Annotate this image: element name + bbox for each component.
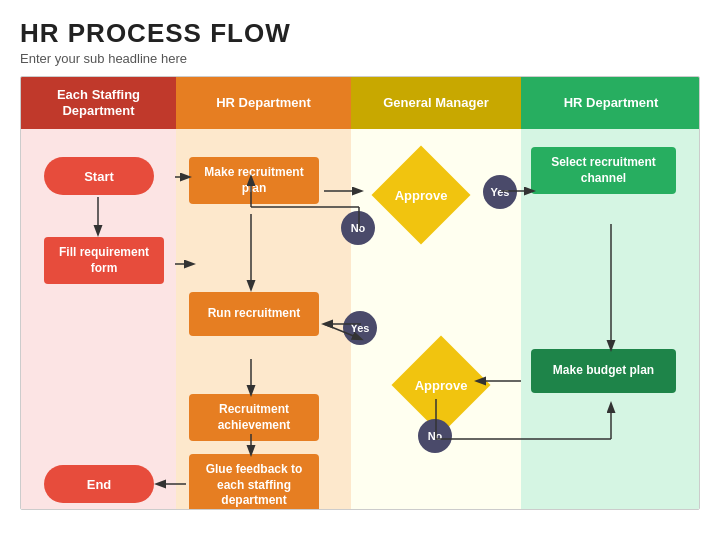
no2-node: No xyxy=(418,419,452,453)
make-budget-shape: Make budget plan xyxy=(531,349,676,393)
yes2-circle: Yes xyxy=(343,311,377,345)
page-title: HR PROCESS FLOW xyxy=(20,18,700,49)
end-oval: End xyxy=(44,465,154,503)
col2-header: HR Department xyxy=(176,77,351,129)
select-channel-shape: Select recruitment channel xyxy=(531,147,676,194)
make-budget-box: Make budget plan xyxy=(531,349,676,393)
no1-circle: No xyxy=(341,211,375,245)
col4-header: HR Department xyxy=(521,77,700,129)
approve2-text: Approve xyxy=(411,378,471,393)
make-recruit-shape: Make recruitment plan xyxy=(189,157,319,204)
end-shape: End xyxy=(39,465,159,503)
glue-feedback-box: Glue feedback to each staffing departmen… xyxy=(189,454,319,510)
no1-node: No xyxy=(341,211,375,245)
glue-feedback-shape: Glue feedback to each staffing departmen… xyxy=(189,454,319,510)
col1-header: Each Staffing Department xyxy=(21,77,176,129)
diagram: Each Staffing Department HR Department G… xyxy=(20,76,700,510)
approve2-diamond: Approve xyxy=(396,350,486,420)
select-channel-box: Select recruitment channel xyxy=(531,147,676,194)
page-subtitle: Enter your sub headline here xyxy=(20,51,700,66)
fill-req-shape: Fill requirement form xyxy=(39,237,169,284)
make-recruit-box: Make recruitment plan xyxy=(189,157,319,204)
no2-circle: No xyxy=(418,419,452,453)
approve1-diamond: Approve xyxy=(376,160,466,230)
col3-header: General Manager xyxy=(351,77,521,129)
approve1-text: Approve xyxy=(391,188,451,203)
recruit-achieve-shape: Recruitment achievement xyxy=(189,394,319,441)
run-recruit-shape: Run recruitment xyxy=(189,292,319,336)
run-recruit-box: Run recruitment xyxy=(189,292,319,336)
yes2-node: Yes xyxy=(343,311,377,345)
flow-area: Start Fill requirement form End Make rec… xyxy=(21,129,700,509)
start-oval: Start xyxy=(44,157,154,195)
recruit-achieve-box: Recruitment achievement xyxy=(189,394,319,441)
start-shape: Start xyxy=(39,157,159,195)
yes1-circle: Yes xyxy=(483,175,517,209)
fill-req-box: Fill requirement form xyxy=(44,237,164,284)
header-row: Each Staffing Department HR Department G… xyxy=(21,77,699,129)
yes1-node: Yes xyxy=(483,175,517,209)
